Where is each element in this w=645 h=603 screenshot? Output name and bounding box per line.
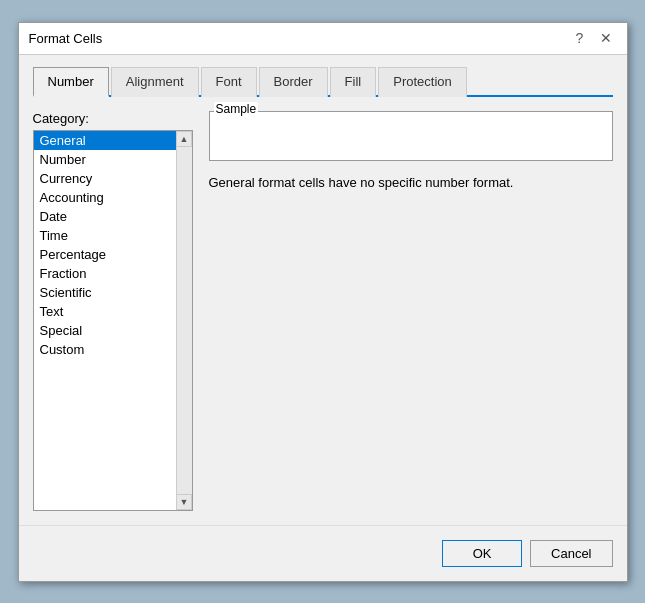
description-text: General format cells have no specific nu… [209, 173, 613, 193]
category-item-percentage[interactable]: Percentage [34, 245, 192, 264]
format-cells-dialog: Format Cells ? ✕ Number Alignment Font B… [18, 22, 628, 582]
button-row: OK Cancel [19, 525, 627, 581]
category-item-special[interactable]: Special [34, 321, 192, 340]
tab-alignment[interactable]: Alignment [111, 67, 199, 97]
category-item-custom[interactable]: Custom [34, 340, 192, 359]
scroll-down-arrow[interactable]: ▼ [176, 494, 192, 510]
category-list: General Number Currency Accounting Date … [34, 131, 192, 510]
dialog-title: Format Cells [29, 31, 103, 46]
category-item-fraction[interactable]: Fraction [34, 264, 192, 283]
scroll-up-arrow[interactable]: ▲ [176, 131, 192, 147]
tab-fill[interactable]: Fill [330, 67, 377, 97]
sample-box: Sample [209, 111, 613, 161]
category-item-currency[interactable]: Currency [34, 169, 192, 188]
title-bar-left: Format Cells [29, 31, 103, 46]
title-bar: Format Cells ? ✕ [19, 23, 627, 55]
category-item-date[interactable]: Date [34, 207, 192, 226]
close-button[interactable]: ✕ [595, 27, 617, 49]
category-item-time[interactable]: Time [34, 226, 192, 245]
tab-font[interactable]: Font [201, 67, 257, 97]
tab-protection[interactable]: Protection [378, 67, 467, 97]
tab-content: Category: General Number Currency Accoun… [33, 111, 613, 511]
category-item-text[interactable]: Text [34, 302, 192, 321]
ok-button[interactable]: OK [442, 540, 522, 567]
title-bar-right: ? ✕ [569, 27, 617, 49]
sample-label: Sample [214, 102, 259, 116]
category-item-accounting[interactable]: Accounting [34, 188, 192, 207]
scroll-track [177, 147, 192, 494]
dialog-body: Number Alignment Font Border Fill Protec… [19, 55, 627, 525]
category-item-general[interactable]: General [34, 131, 192, 150]
category-list-wrapper: General Number Currency Accounting Date … [33, 130, 193, 511]
category-section: Category: General Number Currency Accoun… [33, 111, 193, 511]
tab-number[interactable]: Number [33, 67, 109, 97]
cancel-button[interactable]: Cancel [530, 540, 612, 567]
category-label: Category: [33, 111, 193, 126]
category-item-scientific[interactable]: Scientific [34, 283, 192, 302]
category-item-number[interactable]: Number [34, 150, 192, 169]
right-panel: Sample General format cells have no spec… [209, 111, 613, 511]
tab-border[interactable]: Border [259, 67, 328, 97]
help-button[interactable]: ? [569, 27, 591, 49]
list-scrollbar[interactable]: ▲ ▼ [176, 131, 192, 510]
tabs-container: Number Alignment Font Border Fill Protec… [33, 65, 613, 97]
